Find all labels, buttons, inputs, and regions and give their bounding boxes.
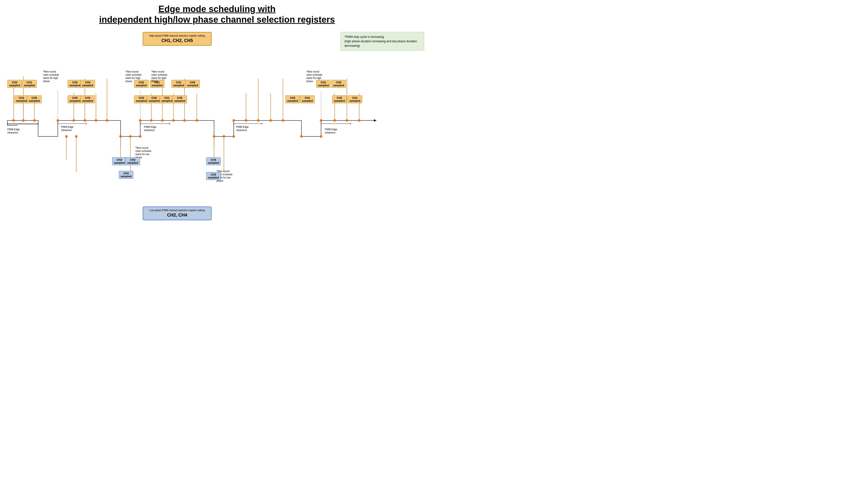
svg-point-8 <box>12 119 15 122</box>
svg-point-20 <box>150 119 153 122</box>
ch1-sampled-g3-bot: CH1sampled <box>300 95 315 103</box>
ch5-sampled-g2a: CH5sampled <box>134 95 149 103</box>
svg-point-32 <box>346 119 348 122</box>
svg-marker-77 <box>374 119 376 122</box>
ch5-sampled-g3-top: CH5sampled <box>332 80 346 88</box>
svg-point-53 <box>232 135 235 138</box>
high-phase-register-label: High phase PWM channel selection registe… <box>148 34 206 37</box>
pwm-edge-3-label: PWM Edgeclearance <box>144 125 156 132</box>
svg-point-55 <box>320 135 322 138</box>
svg-point-52 <box>213 135 215 138</box>
ch2-sampled-low-g1a: CH2sampled <box>112 157 127 165</box>
pwm-edge-1-label: PWM Edgeclearance <box>7 128 20 134</box>
ch4-sampled-low-g1: CH4sampled <box>119 171 133 179</box>
ch2-sampled-g1-top: CH2sampled <box>81 80 95 88</box>
ch1-sampled-g3-top: CH1sampled <box>316 80 331 88</box>
high-phase-register-channels: CH1, CH2, CH5 <box>148 38 206 43</box>
svg-point-16 <box>84 119 86 122</box>
svg-point-14 <box>57 119 59 122</box>
svg-point-25 <box>232 119 235 122</box>
svg-point-61 <box>223 135 225 138</box>
ch5-sampled-g1-top: CH5sampled <box>68 80 82 88</box>
svg-point-29 <box>282 119 284 122</box>
svg-point-21 <box>161 119 164 122</box>
ch2-sampled-g0-top: CH2sampled <box>7 80 22 88</box>
svg-point-6 <box>33 119 36 122</box>
svg-point-33 <box>358 119 361 122</box>
svg-point-60 <box>129 135 132 138</box>
svg-point-31 <box>333 119 336 122</box>
svg-point-18 <box>106 119 108 122</box>
ch4-sampled-low-g2: CH4sampled <box>206 157 221 165</box>
ch1-sampled-g2b-top: CH1sampled <box>172 80 186 88</box>
svg-point-24 <box>195 119 198 122</box>
pwm-note-box: *PWM duty cycle is increasing(high phase… <box>341 32 424 51</box>
ch2-sampled-g1-bottom: CH2sampled <box>81 95 95 103</box>
ch1-sampled-g2a: CH1sampled <box>160 95 174 103</box>
ch2-sampled-g2a: CH2sampled <box>147 95 161 103</box>
ch2-sampled-low-g1b: CH2sampled <box>125 157 140 165</box>
pwm-edge-5-label: PWM Edgeclearance <box>325 128 337 134</box>
ch2-sampled-g3-bot: CH2sampled <box>285 95 300 103</box>
svg-point-19 <box>139 119 142 122</box>
low-phase-register-channels: CH2, CH4 <box>148 213 206 218</box>
ch1-sampled-g0-bottom: CH1sampled <box>14 95 29 103</box>
svg-point-26 <box>245 119 247 122</box>
svg-point-51 <box>139 135 142 138</box>
ch2-sampled-g3-top: CH2sampled <box>332 95 347 103</box>
low-phase-register-label: Low phase PWM channel selection register… <box>148 209 206 212</box>
pwm-edge-2-label: PWM Edgeclearance <box>61 125 73 132</box>
ch5-sampled-g2b-top: CH5sampled <box>185 80 200 88</box>
svg-point-15 <box>72 119 75 122</box>
svg-point-13 <box>75 135 78 138</box>
ch5-sampled-g0-bottom: CH5sampled <box>27 95 41 103</box>
svg-point-23 <box>183 119 186 122</box>
svg-point-17 <box>95 119 97 122</box>
svg-point-50 <box>119 135 122 138</box>
new-round-high-1-annotation: *New roundrobin schedulestarts for highp… <box>43 70 59 83</box>
svg-point-22 <box>172 119 175 122</box>
svg-point-54 <box>300 135 303 138</box>
pwm-note-text: *PWM duty cycle is increasing(high phase… <box>344 35 417 47</box>
pwm-edge-4-label: PWM Edgeclearance <box>236 125 249 132</box>
ch5-sampled-g2b: CH5sampled <box>173 95 187 103</box>
ch2-sampled-low-g2: CH2sampled <box>206 172 221 180</box>
ch5-sampled-g1-bottom: CH5sampled <box>68 95 82 103</box>
ch1-sampled-g0-top: CH1sampled <box>22 80 37 88</box>
svg-point-27 <box>257 119 259 122</box>
svg-point-28 <box>270 119 272 122</box>
low-phase-register-box: Low phase PWM channel selection register… <box>143 206 212 220</box>
svg-point-30 <box>320 119 322 122</box>
new-round-high-2b-annotation: *New roundrobin schedulestarts for highp… <box>151 70 167 83</box>
ch2-sampled-g2-top: CH2sampled <box>134 80 149 88</box>
high-phase-register-box: High phase PWM channel selection registe… <box>143 32 212 46</box>
svg-point-11 <box>65 135 68 138</box>
page: Edge mode scheduling with independent hi… <box>0 0 434 244</box>
ch1-sampled-g3-far: CH1sampled <box>348 95 362 103</box>
page-title: Edge mode scheduling with independent hi… <box>5 2 429 25</box>
svg-point-4 <box>22 119 25 122</box>
